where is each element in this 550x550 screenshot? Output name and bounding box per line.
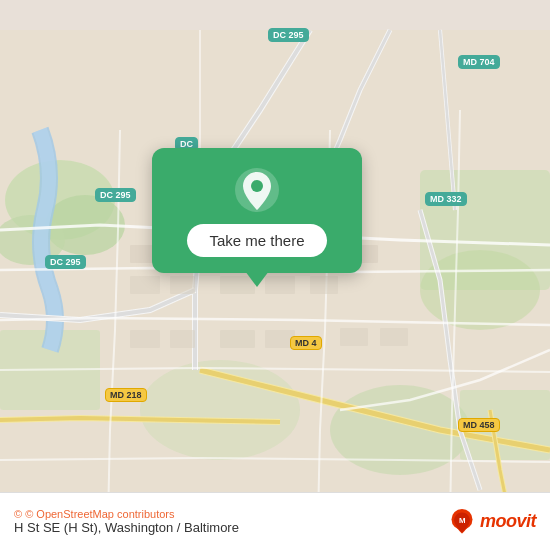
moovit-text: moovit — [480, 511, 536, 532]
map-background — [0, 0, 550, 550]
svg-rect-26 — [380, 328, 408, 346]
svg-rect-25 — [340, 328, 368, 346]
attribution: © © OpenStreetMap contributors — [14, 508, 448, 520]
location-pin-icon — [233, 166, 281, 214]
road-badge-md458: MD 458 — [458, 418, 500, 432]
map-container: DC 295 MD 704 DC 295 DC MD 332 DC 295 MD… — [0, 0, 550, 550]
svg-rect-22 — [170, 330, 195, 348]
bottom-bar: © © OpenStreetMap contributors H St SE (… — [0, 492, 550, 550]
svg-rect-20 — [310, 276, 338, 294]
road-badge-md218: MD 218 — [105, 388, 147, 402]
road-badge-md4: MD 4 — [290, 336, 322, 350]
svg-rect-21 — [130, 330, 160, 348]
svg-rect-17 — [170, 276, 195, 294]
tooltip-card: Take me there — [152, 148, 362, 273]
road-badge-md332: MD 332 — [425, 192, 467, 206]
svg-text:M: M — [459, 515, 466, 524]
svg-point-28 — [251, 180, 263, 192]
attribution-text: © OpenStreetMap contributors — [25, 508, 174, 520]
svg-rect-16 — [130, 276, 160, 294]
svg-rect-19 — [265, 276, 295, 294]
road-badge-dc295-top: DC 295 — [268, 28, 309, 42]
copyright-symbol: © — [14, 508, 22, 520]
svg-point-5 — [420, 250, 540, 330]
road-badge-dc295-lower: DC 295 — [45, 255, 86, 269]
moovit-logo: M moovit — [448, 508, 536, 536]
moovit-logo-icon: M — [448, 508, 476, 536]
location-info: H St SE (H St), Washington / Baltimore — [14, 520, 448, 535]
svg-rect-23 — [220, 330, 255, 348]
road-badge-md704: MD 704 — [458, 55, 500, 69]
road-badge-dc295-mid: DC 295 — [95, 188, 136, 202]
take-me-there-button[interactable]: Take me there — [187, 224, 326, 257]
